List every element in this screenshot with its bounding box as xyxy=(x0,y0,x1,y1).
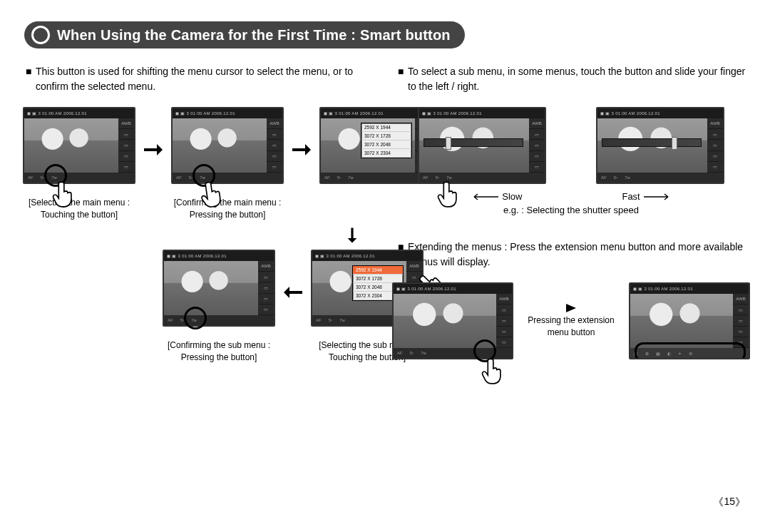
arrow-right-icon xyxy=(291,141,312,158)
camera-lcd: ◼ ▣ 3 01:00 AM 2006.12.01 AWB ▭ ▭ ▭ ▭ AF xyxy=(163,250,275,327)
camera-lcd: ◼ ▣ 3 01:00 AM 2006.12.01 AWB ▭ ▭ ▭ ▭ ◧✿ xyxy=(629,282,750,359)
right-intro-slide-text: To select a sub menu, in some menus, tou… xyxy=(408,64,750,94)
page-number: 《15》 xyxy=(713,496,746,509)
label-slow: Slow xyxy=(502,191,522,202)
lcd-right-strip: AWB ▭ ▭ ▭ ▭ xyxy=(258,261,274,315)
slow-fast-row: Slow Fast xyxy=(392,191,750,202)
right-intro-ext-text: Extending the menus : Press the extensio… xyxy=(408,240,750,270)
lcd-photo xyxy=(630,294,733,348)
lcd-topbar: ◼ ▣ 3 01:00 AM 2006.12.01 xyxy=(312,251,422,261)
camera-lcd: ◼ ▣ 3 01:00 AM 2006.12.01 AWB ▭ ▭ ▭ ▭ AF xyxy=(319,107,432,184)
arrow-right-icon xyxy=(143,141,164,158)
lcd-bottom-strip: AF 5▫ 7м xyxy=(321,173,431,183)
lcd-bottom-strip: AF 5▫ 7м xyxy=(419,173,545,183)
caption-select-main: [Selecting the main menu : Touching the … xyxy=(23,197,135,221)
lcd-photo xyxy=(394,294,496,348)
arrow-down-icon xyxy=(327,227,378,244)
lcd-bottom-strip: AF 5▫ 7м xyxy=(173,173,282,183)
thumb-confirm-main: ◼ ▣ 3 01:00 AM 2006.12.01 AWB ▭ ▭ ▭ ▭ AF xyxy=(171,107,284,221)
left-column: ■ This button is used for shifting the m… xyxy=(20,64,378,364)
ext-caption-text: Pressing the extension menu button xyxy=(528,314,615,339)
lcd-photo xyxy=(164,261,258,315)
lcd-topbar: ◼ ▣ 3 01:00 AM 2006.12.01 xyxy=(630,284,749,294)
thumb-after-extension: ◼ ▣ 3 01:00 AM 2006.12.01 AWB ▭ ▭ ▭ ▭ ◧✿ xyxy=(629,282,750,359)
right-column: ■ To select a sub menu, in some menus, t… xyxy=(392,64,750,364)
lcd-topbar: ◼ ▣ 3 01:00 AM 2006.12.01 xyxy=(394,284,512,294)
page-title-pill: When Using the Camera for the First Time… xyxy=(24,21,465,48)
bullet-icon: ■ xyxy=(26,64,36,94)
ext-mid-caption: Pressing the extension menu button xyxy=(528,303,615,339)
pointing-hand-icon xyxy=(481,357,505,387)
lcd-topbar: ◼ ▣ 3 01:00 AM 2006.12.01 xyxy=(24,108,134,118)
bullet-icon: ■ xyxy=(398,64,408,94)
page-title: When Using the Camera for the First Time… xyxy=(50,27,465,44)
caption-confirm-sub: [Confirming the sub menu : Pressing the … xyxy=(163,339,275,364)
lcd-topbar: ◼ ▣ 3 01:00 AM 2006.12.01 xyxy=(597,108,723,118)
thumb-slider-slow: ◼ ▣ 3 01:00 AM 2006.12.01 AWB ▭ ▭ ▭ ▭ AF xyxy=(418,107,546,184)
lcd-right-strip: AWB ▭ ▭ ▭ ▭ xyxy=(267,118,282,173)
camera-lcd: ◼ ▣ 3 01:00 AM 2006.12.01 AWB ▭ ▭ ▭ ▭ AF xyxy=(418,107,546,184)
lcd-photo xyxy=(24,118,118,173)
thumb-before-extension: ◼ ▣ 3 01:00 AM 2006.12.01 AWB ▭ ▭ ▭ ▭ AF xyxy=(392,282,513,359)
label-fast: Fast xyxy=(622,191,640,202)
arrow-right-long-icon xyxy=(644,193,672,201)
lcd-photo xyxy=(173,118,267,173)
arrow-left-icon xyxy=(282,284,304,301)
left-intro-text: This button is used for shifting the men… xyxy=(36,64,378,94)
lcd-right-strip: AWB ▭ ▭ ▭ ▭ xyxy=(496,294,512,348)
lcd-bottom-extended: ◧✿▦◐✦⚙ xyxy=(630,348,749,358)
camera-lcd: ◼ ▣ 3 01:00 AM 2006.12.01 AWB ▭ ▭ ▭ ▭ AF xyxy=(596,107,724,184)
thumb-slider-fast: ◼ ▣ 3 01:00 AM 2006.12.01 AWB ▭ ▭ ▭ ▭ AF xyxy=(596,107,724,184)
shutter-slider xyxy=(423,138,523,147)
thumb-confirm-sub: ◼ ▣ 3 01:00 AM 2006.12.01 AWB ▭ ▭ ▭ ▭ AF xyxy=(163,250,275,364)
lcd-bottom-strip: AF 5▫ 7м xyxy=(597,173,723,183)
thumb-select-main: ◼ ▣ 3 01:00 AM 2006.12.01 AWB ▭ ▭ ▭ ▭ AF xyxy=(23,107,135,221)
title-circle-icon xyxy=(31,26,50,44)
lcd-bottom-strip: AF 5▫ 7м xyxy=(394,348,512,358)
lcd-topbar: ◼ ▣ 3 01:00 AM 2006.12.01 xyxy=(321,108,431,118)
size-menu-popup: 2592 X 1944 3072 X 1728 3072 X 2048 3072… xyxy=(361,123,412,158)
slider-knob-icon xyxy=(446,137,451,150)
lcd-bottom-strip: AF 5▫ 7м xyxy=(24,173,134,183)
lcd-right-strip: AWB ▭ ▭ ▭ ▭ xyxy=(118,118,134,173)
lcd-right-strip: AWB ▭ ▭ ▭ ▭ xyxy=(529,118,545,173)
shutter-slider xyxy=(602,138,702,147)
lcd-right-strip: AWB ▭ ▭ ▭ ▭ xyxy=(733,294,749,348)
slider-knob-icon xyxy=(672,137,677,150)
eg-label: e.g. : Selecting the shutter speed xyxy=(392,205,750,215)
lcd-right-strip: AWB ▭ ▭ ▭ ▭ xyxy=(707,118,723,173)
camera-lcd: ◼ ▣ 3 01:00 AM 2006.12.01 AWB ▭ ▭ ▭ ▭ AF xyxy=(171,107,284,184)
camera-lcd: ◼ ▣ 3 01:00 AM 2006.12.01 AWB ▭ ▭ ▭ ▭ AF xyxy=(23,107,135,184)
right-intro-ext: ■ Extending the menus : Press the extens… xyxy=(392,240,750,270)
left-intro: ■ This button is used for shifting the m… xyxy=(20,64,378,94)
arrow-left-long-icon xyxy=(470,193,498,201)
right-intro-slide: ■ To select a sub menu, in some menus, t… xyxy=(392,64,750,94)
arrow-right-solid-icon xyxy=(565,303,577,313)
lcd-topbar: ◼ ▣ 3 01:00 AM 2006.12.01 xyxy=(173,108,282,118)
camera-lcd: ◼ ▣ 3 01:00 AM 2006.12.01 AWB ▭ ▭ ▭ ▭ AF xyxy=(392,282,513,359)
caption-confirm-main: [Confirming the main menu : Pressing the… xyxy=(171,197,284,221)
lcd-topbar: ◼ ▣ 3 01:00 AM 2006.12.01 xyxy=(419,108,545,118)
lcd-topbar: ◼ ▣ 3 01:00 AM 2006.12.01 xyxy=(164,251,274,261)
lcd-bottom-strip: AF 5▫ 7м xyxy=(164,315,274,325)
